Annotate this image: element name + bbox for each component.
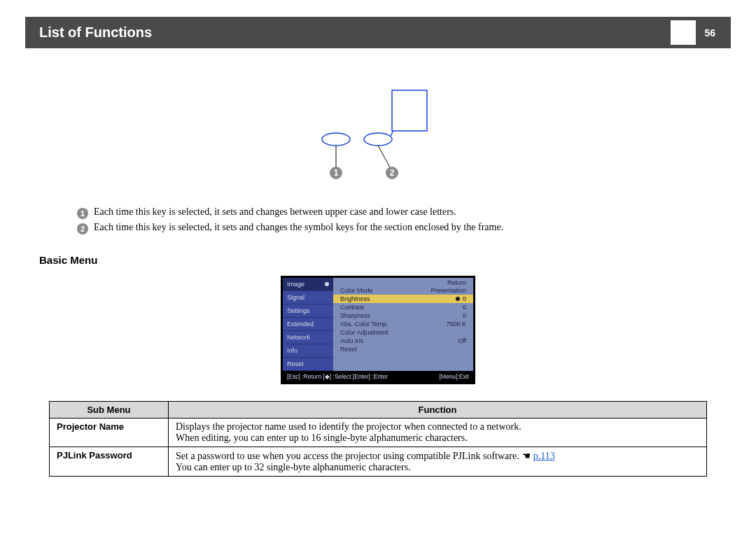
header-placeholder-box	[671, 20, 696, 45]
menu-side-info: Info	[287, 347, 298, 354]
menu-side-reset: Reset	[287, 360, 304, 367]
note-number-1: 1	[77, 208, 88, 219]
note-text-1: Each time this key is selected, it sets …	[94, 206, 456, 218]
page-title: List of Functions	[39, 24, 152, 41]
selected-dot-icon	[456, 297, 460, 301]
menu-bottom-left: [Esc] :Return [◆] :Select [Enter] :Enter	[287, 373, 388, 380]
table-func-projector-name: Displays the projector name used to iden…	[169, 419, 707, 447]
menu-side-network: Network	[287, 334, 310, 341]
menu-side-signal: Signal	[287, 294, 304, 301]
menu-bottom-bar: [Esc] :Return [◆] :Select [Enter] :Enter…	[283, 371, 473, 382]
page-number: 56	[704, 27, 715, 38]
note-text-2: Each time this key is selected, it sets …	[94, 222, 503, 233]
menu-row-contrast: Contrast	[340, 304, 364, 311]
menu-content: Return Color ModePresentation Brightness…	[333, 278, 473, 371]
menu-return-label: Return	[333, 279, 473, 286]
menu-row-colormode: Color Mode	[340, 287, 373, 294]
selected-dot-icon	[325, 282, 329, 286]
callout-notes: 1 Each time this key is selected, it set…	[77, 206, 707, 234]
table-header-submenu: Sub Menu	[50, 402, 169, 419]
table-sub-pjlink: PJLink Password	[50, 447, 169, 477]
menu-row-brightness: Brightness	[340, 295, 370, 302]
menu-bottom-right: [Menu]:Exit	[439, 373, 469, 380]
table-row: PJLink Password Set a password to use wh…	[50, 447, 707, 477]
svg-line-5	[378, 146, 390, 167]
section-heading-basic-menu: Basic Menu	[39, 254, 707, 266]
table-header-function: Function	[169, 402, 707, 419]
svg-text:1: 1	[334, 168, 339, 178]
svg-line-3	[391, 131, 393, 136]
diagram-svg: 1 2	[287, 69, 469, 202]
table-func-pjlink: Set a password to use when you access th…	[169, 447, 707, 477]
menu-row-colortemp: Abs. Color Temp.	[340, 321, 388, 328]
svg-rect-0	[392, 90, 427, 131]
menu-row-reset: Reset	[340, 346, 357, 353]
menu-side-extended: Extended	[287, 321, 314, 328]
menu-row-autoiris: Auto Iris	[340, 337, 363, 344]
callout-diagram: 1 2	[49, 69, 707, 202]
menu-screenshot: Image Signal Settings Extended Network I…	[49, 276, 707, 384]
svg-text:2: 2	[390, 168, 395, 178]
functions-table: Sub Menu Function Projector Name Display…	[49, 401, 707, 477]
menu-row-sharpness: Sharpness	[340, 312, 370, 319]
menu-row-coloradj: Color Adjustment	[340, 329, 388, 336]
menu-side-image: Image	[287, 281, 304, 288]
svg-point-2	[364, 133, 392, 146]
note-number-2: 2	[77, 223, 88, 234]
page-link-p113[interactable]: p.113	[533, 451, 555, 461]
menu-side-settings: Settings	[287, 307, 310, 314]
pointer-icon: ☛	[522, 450, 531, 462]
table-sub-projector-name: Projector Name	[50, 419, 169, 447]
menu-sidebar: Image Signal Settings Extended Network I…	[283, 278, 333, 371]
table-row: Projector Name Displays the projector na…	[50, 419, 707, 447]
svg-point-1	[322, 133, 350, 146]
page-header: List of Functions 56	[25, 17, 731, 48]
